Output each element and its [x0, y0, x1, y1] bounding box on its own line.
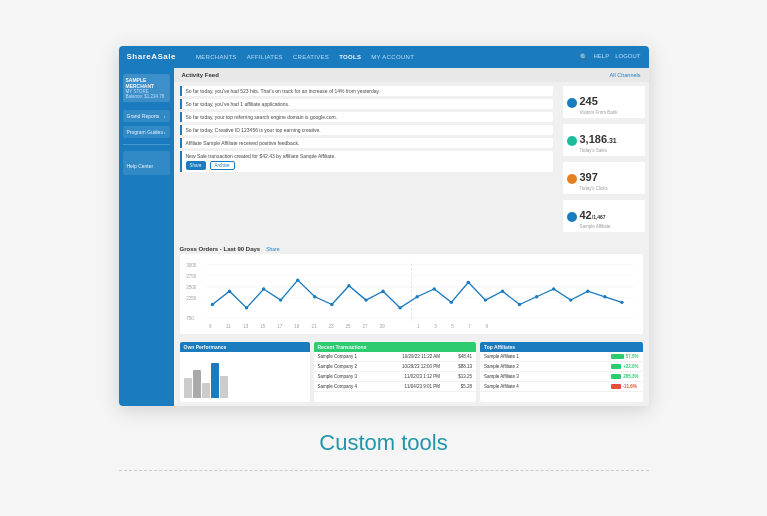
logout-link[interactable]: LOGOUT [615, 53, 640, 60]
col-date: 10/29/23 11:22 AM [402, 354, 440, 359]
sidebar-program-guides-label: Program Guides [127, 129, 163, 135]
svg-text:19: 19 [294, 323, 300, 328]
svg-text:29: 29 [379, 323, 385, 328]
table-row: Sample Company 4 11/04/23 9:01 PM $5.28 [314, 382, 477, 392]
svg-text:27: 27 [362, 323, 368, 328]
bar [202, 383, 210, 398]
svg-point-29 [517, 302, 520, 305]
svg-text:3: 3 [434, 323, 437, 328]
percent-text: 285.3% [623, 374, 638, 379]
nav-myaccount[interactable]: MY ACCOUNT [371, 54, 414, 60]
activity-actions: Share Archive [186, 161, 549, 170]
bar [193, 370, 201, 398]
help-link[interactable]: HELP [593, 53, 609, 60]
svg-point-11 [210, 302, 213, 305]
svg-text:750: 750 [186, 316, 194, 321]
nav-creatives[interactable]: CREATIVES [293, 54, 329, 60]
topbar-actions: 🔍 HELP LOGOUT [580, 53, 640, 60]
table-row: Sample Company 1 10/29/23 11:22 AM $48.4… [314, 352, 477, 362]
sidebar-help-center[interactable]: Help Center [123, 151, 170, 175]
svg-text:3000: 3000 [186, 262, 197, 267]
svg-point-13 [244, 306, 247, 309]
stat-main: 3,186 [580, 133, 608, 145]
col-amount: $48.41 [444, 354, 472, 359]
share-button[interactable]: Share [186, 161, 206, 170]
sidebar: SAMPLE MERCHANT MY STORE Balance: $1,234… [119, 68, 174, 406]
user-name: SAMPLE MERCHANT [126, 77, 167, 89]
svg-text:2250: 2250 [186, 296, 197, 301]
bar-fill [611, 384, 621, 389]
bar-fill [611, 354, 624, 359]
activity-text: So far today, you've had 523 hits. That'… [186, 88, 381, 94]
top-affiliates-table: Top Affiliates Sample Affiliate 1 57.5% [480, 342, 643, 402]
svg-point-26 [466, 280, 469, 283]
table-row: Sample Company 3 11/02/23 1:12 PM $13.25 [314, 372, 477, 382]
bar-fill [611, 364, 622, 369]
bar [211, 363, 219, 398]
svg-point-31 [551, 287, 554, 290]
svg-point-23 [415, 295, 418, 298]
stat-number: 397 [580, 171, 598, 183]
stat-icon [567, 136, 577, 146]
stat-number: 245 [580, 95, 598, 107]
table-row: Sample Company 2 10/29/23 12:00 PM $88.1… [314, 362, 477, 372]
nav-merchants[interactable]: MERCHANTS [196, 54, 237, 60]
percent-text: 57.5% [626, 354, 639, 359]
sidebar-grand-reports[interactable]: Grand Reports › [123, 110, 170, 122]
svg-point-34 [603, 295, 606, 298]
svg-text:2750: 2750 [186, 273, 197, 278]
nav-tools[interactable]: TOOLS [339, 54, 361, 60]
stat-visitors: 245 Visitors From Bank [563, 86, 645, 118]
svg-point-21 [381, 289, 384, 292]
sidebar-program-guides[interactable]: Program Guides › [123, 126, 170, 138]
nav-affiliates[interactable]: AFFILIATES [247, 54, 283, 60]
stat-icon-row: 397 Today's Clicks [567, 167, 641, 191]
recent-transactions-title: Recent Transactions [318, 344, 367, 350]
bar-indicator: 285.3% [611, 374, 639, 379]
card-container: ShareASale MERCHANTS AFFILIATES CREATIVE… [0, 0, 767, 516]
bar-indicator: +22.0% [611, 364, 639, 369]
stat-icon [567, 174, 577, 184]
svg-text:2500: 2500 [186, 285, 197, 290]
table-row: Sample Affiliate 2 +22.0% [480, 362, 643, 372]
percent-text: +22.0% [623, 364, 638, 369]
search-icon[interactable]: 🔍 [580, 53, 587, 60]
stat-number: 3,186.31 [580, 133, 617, 145]
top-affiliates-title: Top Affiliates [484, 344, 515, 350]
sidebar-grand-reports-label: Grand Reports [127, 113, 160, 119]
bottom-section: Own Performance [174, 338, 649, 406]
table-row: Sample Affiliate 1 57.5% [480, 352, 643, 362]
chart-svg: 3000 2750 2500 2250 750 [184, 258, 639, 330]
stat-suffix: /1,467 [592, 214, 606, 220]
stat-decimal: .31 [607, 137, 617, 144]
own-performance-table: Own Performance [180, 342, 310, 402]
svg-text:13: 13 [243, 323, 249, 328]
stat-sales: 3,186.31 Today's Sales [563, 124, 645, 156]
svg-text:25: 25 [345, 323, 351, 328]
activity-item: So far today, you've had 523 hits. That'… [180, 86, 553, 96]
col-affiliate: Sample Affiliate 3 [484, 374, 607, 379]
svg-text:11: 11 [226, 323, 232, 328]
top-affiliates-header: Top Affiliates [480, 342, 643, 352]
all-channels[interactable]: All Channels [610, 72, 641, 78]
svg-point-22 [398, 306, 401, 309]
dash-body: SAMPLE MERCHANT MY STORE Balance: $1,234… [119, 68, 649, 406]
chart-title: Gross Orders - Last 90 Days [180, 246, 261, 252]
chart-section: Gross Orders - Last 90 Days Share 3000 2… [174, 242, 649, 338]
col-amount: $88.13 [444, 364, 472, 369]
activity-text: Affiliate Sample Affiliate received posi… [186, 140, 300, 146]
activity-text: So far today, your top referring search … [186, 114, 338, 120]
stat-label: Today's Sales [580, 148, 617, 153]
svg-point-14 [261, 287, 264, 290]
svg-point-28 [500, 289, 503, 292]
screenshot-wrapper: ShareASale MERCHANTS AFFILIATES CREATIVE… [119, 46, 649, 406]
stat-label: Sample Affiliate [580, 224, 611, 229]
svg-text:1: 1 [417, 323, 420, 328]
col-date: 11/02/23 1:12 PM [404, 374, 440, 379]
card-divider [119, 470, 649, 471]
svg-text:21: 21 [311, 323, 317, 328]
chart-legend[interactable]: Share [266, 246, 279, 252]
page-title: Activity Feed [182, 72, 219, 78]
archive-button[interactable]: Archive [210, 161, 235, 170]
col-merchant: Sample Company 2 [318, 364, 398, 369]
